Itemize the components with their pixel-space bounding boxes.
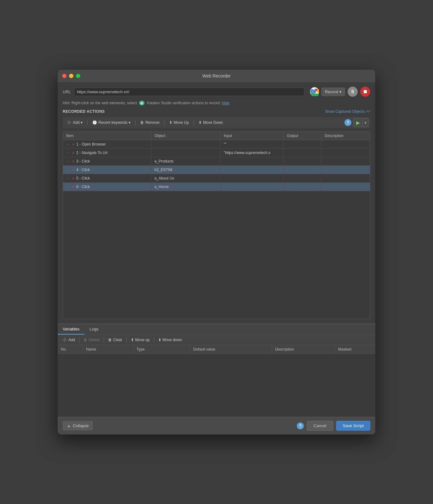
- run-button[interactable]: ▶: [353, 118, 363, 127]
- add-dropdown-icon: ▾: [81, 120, 83, 125]
- cell-desc-6: [321, 183, 370, 191]
- cell-input-5: [221, 174, 284, 182]
- vcol-desc: Description: [272, 345, 335, 353]
- titlebar: Web Recorder: [58, 70, 375, 82]
- url-input[interactable]: [74, 88, 304, 96]
- separator-3: [164, 120, 165, 125]
- row-3-name: 3 - Click: [76, 159, 90, 163]
- recent-keywords-button[interactable]: 🕐 Recent keywords ▾: [90, 119, 133, 126]
- stop-button[interactable]: ⏹: [360, 87, 370, 97]
- arrow-icon: →: [66, 168, 70, 172]
- pause-button[interactable]: ⏸: [348, 87, 358, 97]
- hide-link[interactable]: Hide: [222, 101, 229, 105]
- cell-object-6: a_Home: [151, 183, 221, 191]
- cell-output-1: [284, 140, 321, 148]
- clock-icon: 🕐: [92, 120, 97, 125]
- katalon-label: Katalon Studio verification actions to r…: [147, 101, 220, 105]
- svg-point-2: [313, 90, 316, 93]
- run-dropdown-button[interactable]: ▾: [363, 118, 368, 127]
- toolbar-right: ? ▶ ▾: [344, 118, 368, 127]
- cancel-button[interactable]: Cancel: [307, 421, 333, 431]
- cross-icon: ✕: [72, 185, 74, 189]
- separator: [87, 120, 88, 125]
- col-input: Input: [221, 132, 284, 140]
- row-1-name: 1 - Open Browser: [76, 142, 106, 146]
- cell-desc-4: [321, 166, 370, 174]
- cell-object-5: a_About Us: [151, 174, 221, 182]
- svg-text:K: K: [141, 102, 143, 105]
- cell-object-3: a_Products: [151, 157, 221, 165]
- table-row[interactable]: → ✕ 6 - Click a_Home: [63, 183, 370, 191]
- table-header: Item Object Input Output Description: [63, 132, 370, 140]
- table-row[interactable]: → ✕ 5 - Click a_About Us: [63, 174, 370, 183]
- tab-variables[interactable]: Variables: [58, 324, 84, 335]
- cell-desc-1: [321, 140, 370, 148]
- cross-icon: ✕: [72, 151, 74, 155]
- traffic-lights: [62, 74, 80, 78]
- vars-delete-button[interactable]: 🗑 Delete: [81, 337, 102, 343]
- vcol-name: Name: [83, 345, 133, 353]
- col-output: Output: [284, 132, 321, 140]
- table-empty-area: [63, 191, 370, 279]
- cell-output-4: [284, 166, 321, 174]
- record-area: Record ▾ ⏸ ⏹: [310, 87, 370, 97]
- cell-output-6: [284, 183, 321, 191]
- cell-item-2: → ✕ 2 - Navigate To Url: [63, 149, 151, 157]
- move-down-button[interactable]: ⬇ Move Down: [196, 119, 225, 126]
- show-captured-objects[interactable]: Show Captured Objects >>: [325, 109, 370, 114]
- record-button[interactable]: Record ▾: [321, 88, 345, 96]
- arrow-icon: →: [66, 142, 70, 146]
- cell-item-3: → ✕ 3 - Click: [63, 157, 151, 165]
- recorded-actions-title: RECORDED ACTIONS: [63, 109, 105, 114]
- vars-sep-4: [154, 337, 154, 343]
- variables-table-body: [58, 354, 375, 417]
- cell-output-5: [284, 174, 321, 182]
- up-arrow-icon: ⬆: [169, 120, 172, 125]
- move-up-button[interactable]: ⬆ Move Up: [167, 119, 191, 126]
- footer-help-button[interactable]: ?: [297, 422, 304, 429]
- collapse-button[interactable]: ▲ Collapse: [63, 421, 93, 430]
- cell-desc-3: [321, 157, 370, 165]
- vcol-no: No.: [58, 345, 83, 353]
- vars-sep-2: [104, 337, 104, 343]
- cross-icon: ✕: [72, 160, 74, 163]
- vars-add-button[interactable]: ➕ Add: [60, 337, 77, 343]
- row-6-name: 6 - Click: [76, 185, 90, 189]
- cell-output-2: [284, 149, 321, 157]
- cell-item-4: → ✕ 4 - Click: [63, 166, 151, 174]
- vars-clear-button[interactable]: 🗑 Clear: [106, 337, 124, 343]
- vars-move-up-button[interactable]: ⬆ Move up: [129, 337, 152, 343]
- cell-input-1: "": [221, 140, 284, 148]
- table-row[interactable]: → ✕ 4 - Click h2_ESTIM: [63, 166, 370, 174]
- hint-bar: Hint: Right-click on the web elements, s…: [63, 100, 370, 106]
- url-label: URL: [63, 89, 71, 94]
- plus-icon: ➕: [67, 120, 72, 125]
- help-button[interactable]: ?: [344, 119, 351, 126]
- save-script-button[interactable]: Save Script: [336, 421, 370, 431]
- tab-logs[interactable]: Logs: [84, 324, 103, 335]
- table-row[interactable]: → ✕ 2 - Navigate To Url "https://www.sup…: [63, 149, 370, 157]
- maximize-button[interactable]: [76, 74, 80, 78]
- vcol-type: Type: [133, 345, 190, 353]
- plus-icon-vars: ➕: [62, 338, 67, 342]
- add-button[interactable]: ➕ Add ▾: [65, 119, 85, 126]
- cell-input-4: [221, 166, 284, 174]
- record-label: Record: [325, 89, 338, 94]
- katalon-icon: K: [139, 100, 145, 106]
- arrow-icon: →: [66, 185, 70, 189]
- row-5-name: 5 - Click: [76, 176, 90, 180]
- record-dropdown-arrow: ▾: [339, 89, 342, 94]
- run-btn-group: ▶ ▾: [353, 118, 368, 127]
- vars-move-down-button[interactable]: ⬇ Move down: [156, 337, 184, 343]
- minimize-button[interactable]: [69, 74, 73, 78]
- close-button[interactable]: [62, 74, 66, 78]
- variables-toolbar: ➕ Add 🗑 Delete 🗑 Clear ⬆ Move up ⬇ Move …: [58, 335, 375, 345]
- remove-button[interactable]: 🗑 Remove: [138, 119, 162, 126]
- chrome-icon: [310, 87, 319, 96]
- cross-icon: ✕: [72, 177, 74, 180]
- cell-desc-5: [321, 174, 370, 182]
- actions-toolbar: ➕ Add ▾ 🕐 Recent keywords ▾ 🗑 Remove ⬆ M…: [63, 117, 370, 128]
- cell-object-2: [151, 149, 221, 157]
- table-row[interactable]: → ✕ 3 - Click a_Products: [63, 157, 370, 166]
- table-row[interactable]: → ✕ 1 - Open Browser "": [63, 140, 370, 149]
